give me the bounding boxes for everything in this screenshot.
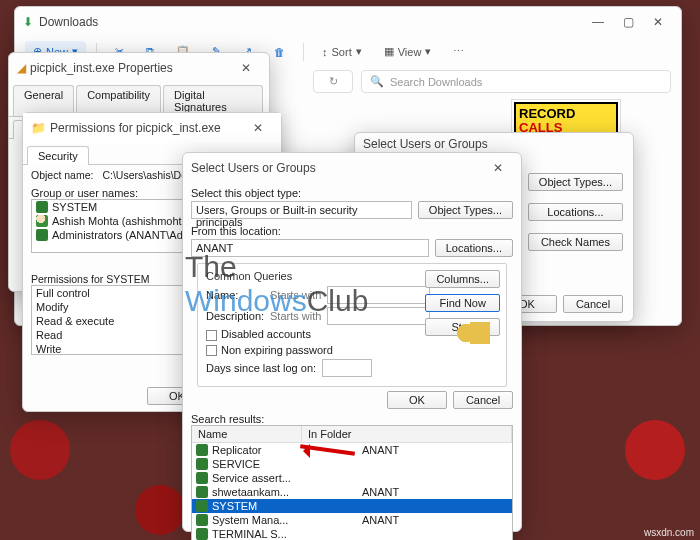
principal-icon — [196, 444, 208, 456]
user-icon — [36, 229, 48, 241]
description-label: Description: — [206, 310, 264, 322]
column-folder[interactable]: In Folder — [302, 426, 512, 442]
folder-icon: 📁 — [31, 121, 46, 135]
cancel-button[interactable]: Cancel — [453, 391, 513, 409]
sort-button[interactable]: ↕ Sort ▾ — [314, 41, 370, 62]
principal-icon — [196, 458, 208, 470]
explorer-titlebar: ⬇ Downloads — ▢ ✕ — [15, 7, 681, 37]
select-users-titlebar: Select Users or Groups ✕ — [183, 153, 521, 183]
days-since-field[interactable] — [322, 359, 372, 377]
check-names-button[interactable]: Check Names — [528, 233, 623, 251]
close-button[interactable]: ✕ — [643, 11, 673, 33]
name-field[interactable] — [327, 286, 430, 304]
object-type-field[interactable]: Users, Groups or Built-in security princ… — [191, 201, 412, 219]
permissions-title: Permissions for picpick_inst.exe — [50, 121, 221, 135]
user-icon — [36, 215, 48, 227]
result-row[interactable]: SYSTEM — [192, 499, 512, 513]
minimize-button[interactable]: — — [583, 11, 613, 33]
close-button[interactable]: ✕ — [243, 117, 273, 139]
search-results-list[interactable]: Name In Folder ReplicatorANANTSERVICESer… — [191, 425, 513, 540]
name-label: Name: — [206, 289, 264, 301]
result-row[interactable]: System Mana...ANANT — [192, 513, 512, 527]
refresh-button[interactable]: ↻ — [313, 70, 353, 93]
select-users-dialog: Select Users or Groups ✕ Select this obj… — [182, 152, 522, 532]
explorer-title: Downloads — [39, 15, 98, 29]
close-button[interactable]: ✕ — [483, 157, 513, 179]
find-now-button[interactable]: Find Now — [425, 294, 500, 312]
search-icon: 🔍 — [370, 75, 384, 88]
from-location-field[interactable]: ANANT — [191, 239, 429, 257]
from-location-label: From this location: — [191, 225, 513, 237]
column-name[interactable]: Name — [192, 426, 302, 442]
dialog-title: Select Users or Groups — [363, 137, 488, 151]
columns-button[interactable]: Columns... — [425, 270, 500, 288]
downloads-icon: ⬇ — [23, 15, 33, 29]
result-row[interactable]: Service assert... — [192, 471, 512, 485]
object-type-label: Select this object type: — [191, 187, 513, 199]
result-row[interactable]: TERMINAL S... — [192, 527, 512, 540]
principal-icon — [196, 514, 208, 526]
locations-button[interactable]: Locations... — [435, 239, 513, 257]
tab-security[interactable]: Security — [27, 146, 89, 165]
delete-icon[interactable]: 🗑 — [266, 42, 293, 62]
common-queries-group: Common Queries Name: Starts with Descrip… — [197, 263, 507, 387]
permissions-titlebar: 📁 Permissions for picpick_inst.exe ✕ — [23, 113, 281, 143]
key-icon — [454, 322, 494, 344]
maximize-button[interactable]: ▢ — [613, 11, 643, 33]
description-field[interactable] — [327, 307, 430, 325]
principal-icon — [196, 486, 208, 498]
search-results-label: Search results: — [191, 413, 513, 425]
view-button[interactable]: ▦ View ▾ — [376, 41, 440, 62]
disabled-accounts-checkbox[interactable] — [206, 330, 217, 341]
locations-button[interactable]: Locations... — [528, 203, 623, 221]
days-since-label: Days since last log on: — [206, 362, 316, 374]
more-button[interactable]: ⋯ — [445, 41, 472, 62]
result-row[interactable]: shwetaankam...ANANT — [192, 485, 512, 499]
object-types-button[interactable]: Object Types... — [528, 173, 623, 191]
non-expiring-checkbox[interactable] — [206, 345, 217, 356]
object-types-button[interactable]: Object Types... — [418, 201, 513, 219]
credit-text: wsxdn.com — [644, 527, 694, 538]
properties-titlebar: ◢ picpick_inst.exe Properties ✕ — [9, 53, 269, 83]
dialog-title: Select Users or Groups — [191, 161, 316, 175]
close-button[interactable]: ✕ — [231, 57, 261, 79]
properties-title: picpick_inst.exe Properties — [30, 61, 173, 75]
ok-button[interactable]: OK — [387, 391, 447, 409]
principal-icon — [196, 472, 208, 484]
cancel-button[interactable]: Cancel — [563, 295, 623, 313]
result-row[interactable]: SERVICE — [192, 457, 512, 471]
search-input[interactable]: 🔍 Search Downloads — [361, 70, 671, 93]
principal-icon — [196, 500, 208, 512]
principal-icon — [196, 528, 208, 540]
result-row[interactable]: ReplicatorANANT — [192, 443, 512, 457]
user-icon — [36, 201, 48, 213]
app-icon: ◢ — [17, 61, 26, 75]
